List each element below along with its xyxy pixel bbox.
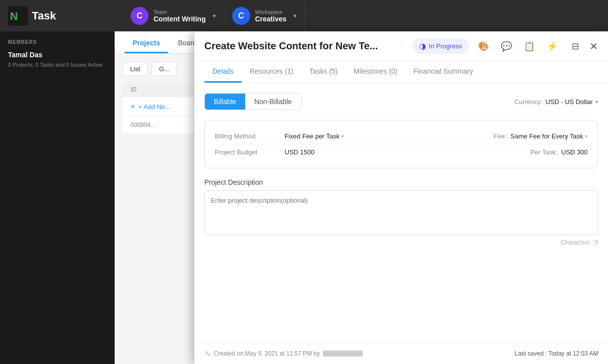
status-label: In Progress [429, 42, 462, 50]
sidebar-toggle-button[interactable]: ⊟ [567, 38, 584, 55]
fee-section: Fee: Same Fee for Every Task ▾ [493, 132, 588, 140]
fee-value[interactable]: Same Fee for Every Task ▾ [510, 132, 588, 140]
project-budget-value: USD 1500 [285, 148, 314, 156]
billing-toggle-group: Billable Non-Billable [204, 93, 302, 110]
tab-details[interactable]: Details [204, 61, 242, 83]
clipboard-icon: 📋 [524, 41, 535, 52]
view-list-button[interactable]: List [123, 62, 148, 76]
status-badge[interactable]: ◑ In Progress [412, 38, 469, 54]
add-icon: + [131, 102, 135, 111]
comment-icon: 💬 [501, 41, 512, 52]
user-blurred [323, 351, 363, 357]
team-avatar: C [131, 7, 149, 25]
close-button[interactable]: ✕ [590, 40, 598, 52]
add-new-label: + Add Ne... [138, 103, 170, 111]
billing-method-label: Billing Method [215, 132, 285, 140]
logo-text: Task [32, 9, 56, 22]
palette-icon: 🎨 [478, 41, 489, 52]
billable-row: Billable Non-Billable Currency: USD - US… [204, 93, 598, 110]
sidebar: MEMBERS Tamal Das 0 Projects, 0 Tasks an… [0, 31, 115, 364]
logo-area: N Task [8, 6, 123, 26]
table-header-id: ID [131, 86, 137, 93]
modal-header: Create Website Content for New Te... ◑ I… [194, 31, 608, 61]
tab-tasks[interactable]: Tasks (5) [302, 61, 346, 83]
project-description-input[interactable] [204, 190, 598, 235]
workspace-chevron-icon: ▾ [294, 12, 297, 19]
logo-icon: N [8, 6, 28, 26]
currency-selector[interactable]: Currency: USD - US Dollar ▾ [514, 98, 598, 106]
sidebar-member-name: Tamal Das [0, 49, 115, 61]
modal-tabs: Details Resources (1) Tasks (5) Mileston… [194, 61, 608, 83]
billing-method-row: Billing Method Fixed Fee per Task ▾ Fee:… [215, 128, 588, 144]
details-card: Billing Method Fixed Fee per Task ▾ Fee:… [204, 120, 598, 168]
status-icon: ◑ [419, 41, 426, 51]
desc-label: Project Description [204, 178, 598, 186]
sidebar-section-members: MEMBERS [0, 39, 115, 49]
view-grid-button[interactable]: G... [152, 62, 177, 76]
activity-button[interactable]: ⚡ [544, 38, 561, 55]
currency-value: USD - US Dollar [545, 98, 593, 106]
budget-row: Project Budget USD 1500 Per Task: USD 30… [215, 144, 588, 160]
char-count: Characters : 0 [204, 239, 598, 246]
modal-panel: Create Website Content for New Te... ◑ I… [194, 31, 608, 364]
fee-chevron-icon: ▾ [585, 133, 588, 139]
sidebar-toggle-icon: ⊟ [572, 41, 579, 52]
row-id-cell: 000004... [131, 121, 155, 128]
billing-chevron-icon: ▾ [341, 133, 344, 139]
per-task-value: USD 300 [561, 148, 588, 156]
tab-milestones[interactable]: Milestones (0) [346, 61, 406, 83]
team-chevron-icon: ▾ [213, 12, 216, 19]
top-nav: N Task C Team Content Writing ▾ C Worksp… [0, 0, 608, 31]
non-billable-button[interactable]: Non-Billable [245, 94, 301, 110]
palette-button[interactable]: 🎨 [475, 38, 492, 55]
billing-method-value[interactable]: Fixed Fee per Task ▾ [285, 132, 344, 140]
billable-button[interactable]: Billable [205, 94, 245, 110]
clipboard-button[interactable]: 📋 [521, 38, 538, 55]
workspace-text: Workspace Creatives [255, 9, 287, 23]
team-text: Team Content Writing [153, 9, 206, 23]
footer-activity-icon: ∿ [204, 349, 211, 358]
currency-text-label: Currency: [514, 98, 542, 106]
tab-financial-summary[interactable]: Financial Summary [405, 61, 481, 83]
project-budget-label: Project Budget [215, 148, 285, 156]
currency-chevron-icon: ▾ [596, 99, 598, 105]
svg-text:N: N [10, 10, 18, 22]
comment-button[interactable]: 💬 [498, 38, 515, 55]
footer-created: ∿ Created on:May 9, 2021 at 11:57 PM by [204, 349, 363, 358]
per-task-section: Per Task: USD 300 [530, 148, 588, 156]
fee-label: Fee: [493, 132, 506, 140]
modal-body: Billable Non-Billable Currency: USD - US… [194, 83, 608, 342]
tab-projects[interactable]: Projects [125, 34, 168, 53]
team-nav-item[interactable]: C Team Content Writing ▾ [123, 3, 224, 29]
modal-footer: ∿ Created on:May 9, 2021 at 11:57 PM by … [194, 342, 608, 364]
activity-icon: ⚡ [547, 41, 558, 52]
workspace-avatar: C [232, 7, 250, 25]
footer-saved: Last saved : Today at 12:03 AM [515, 350, 598, 357]
workspace-nav-item[interactable]: C Workspace Creatives ▾ [224, 3, 305, 29]
sidebar-member-sub: 0 Projects, 0 Tasks and 0 Issues Active [0, 61, 115, 69]
modal-title: Create Website Content for New Te... [204, 40, 406, 52]
team-workspace-nav: C Team Content Writing ▾ C Workspace Cre… [123, 3, 305, 29]
tab-resources[interactable]: Resources (1) [242, 61, 302, 83]
per-task-label: Per Task: [530, 148, 557, 156]
